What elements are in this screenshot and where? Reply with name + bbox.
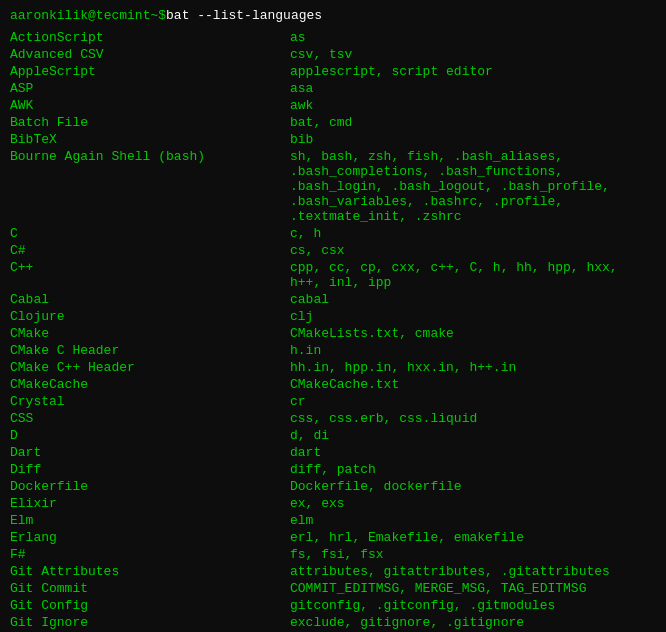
lang-extensions: sh, bash, zsh, fish, .bash_aliases, .bas…	[290, 148, 656, 225]
lang-extensions: diff, patch	[290, 461, 656, 478]
lang-name: Dockerfile	[10, 478, 290, 495]
lang-name: C++	[10, 259, 290, 291]
table-row: C#cs, csx	[10, 242, 656, 259]
lang-name: C#	[10, 242, 290, 259]
lang-name: CMake	[10, 325, 290, 342]
lang-extensions: exclude, gitignore, .gitignore	[290, 614, 656, 631]
table-row: Erlangerl, hrl, Emakefile, emakefile	[10, 529, 656, 546]
table-row: AppleScriptapplescript, script editor	[10, 63, 656, 80]
lang-extensions: Dockerfile, dockerfile	[290, 478, 656, 495]
table-row: Git Configgitconfig, .gitconfig, .gitmod…	[10, 597, 656, 614]
lang-extensions: elm	[290, 512, 656, 529]
lang-name: Elixir	[10, 495, 290, 512]
lang-extensions: gitconfig, .gitconfig, .gitmodules	[290, 597, 656, 614]
lang-extensions: attributes, gitattributes, .gitattribute…	[290, 563, 656, 580]
lang-name: Erlang	[10, 529, 290, 546]
table-row: Dd, di	[10, 427, 656, 444]
lang-extensions: hh.in, hpp.in, hxx.in, h++.in	[290, 359, 656, 376]
lang-extensions: cabal	[290, 291, 656, 308]
lang-extensions: css, css.erb, css.liquid	[290, 410, 656, 427]
language-table: ActionScriptasAdvanced CSVcsv, tsvAppleS…	[10, 29, 656, 632]
lang-name: CMake C Header	[10, 342, 290, 359]
lang-extensions: COMMIT_EDITMSG, MERGE_MSG, TAG_EDITMSG	[290, 580, 656, 597]
lang-extensions: as	[290, 29, 656, 46]
lang-extensions: csv, tsv	[290, 46, 656, 63]
lang-name: AWK	[10, 97, 290, 114]
lang-name: CMakeCache	[10, 376, 290, 393]
table-row: DockerfileDockerfile, dockerfile	[10, 478, 656, 495]
prompt-path: ~	[150, 8, 158, 23]
lang-extensions: bat, cmd	[290, 114, 656, 131]
table-row: Crystalcr	[10, 393, 656, 410]
lang-name: Git Commit	[10, 580, 290, 597]
lang-name: Diff	[10, 461, 290, 478]
lang-name: Git Attributes	[10, 563, 290, 580]
prompt-command: bat --list-languages	[166, 8, 322, 23]
lang-name: BibTeX	[10, 131, 290, 148]
lang-name: ASP	[10, 80, 290, 97]
table-row: CMake C++ Headerhh.in, hpp.in, hxx.in, h…	[10, 359, 656, 376]
lang-extensions: asa	[290, 80, 656, 97]
lang-extensions: awk	[290, 97, 656, 114]
table-row: CMakeCMakeLists.txt, cmake	[10, 325, 656, 342]
prompt-host: tecmint	[96, 8, 151, 23]
prompt-dollar: $	[158, 8, 166, 23]
table-row: C++cpp, cc, cp, cxx, c++, C, h, hh, hpp,…	[10, 259, 656, 291]
table-row: F#fs, fsi, fsx	[10, 546, 656, 563]
table-row: Cc, h	[10, 225, 656, 242]
table-row: Elmelm	[10, 512, 656, 529]
table-row: AWKawk	[10, 97, 656, 114]
table-row: CMakeCacheCMakeCache.txt	[10, 376, 656, 393]
lang-name: Clojure	[10, 308, 290, 325]
table-row: Bourne Again Shell (bash)sh, bash, zsh, …	[10, 148, 656, 225]
lang-extensions: fs, fsi, fsx	[290, 546, 656, 563]
lang-extensions: CMakeLists.txt, cmake	[290, 325, 656, 342]
prompt-at: @	[88, 8, 96, 23]
lang-extensions: cs, csx	[290, 242, 656, 259]
table-row: CMake C Headerh.in	[10, 342, 656, 359]
lang-name: Git Ignore	[10, 614, 290, 631]
lang-name: ActionScript	[10, 29, 290, 46]
table-row: ASPasa	[10, 80, 656, 97]
table-row: Cabalcabal	[10, 291, 656, 308]
table-row: CSScss, css.erb, css.liquid	[10, 410, 656, 427]
lang-extensions: d, di	[290, 427, 656, 444]
terminal: aaronkilik@tecmint ~ $ bat --list-langua…	[10, 8, 656, 632]
lang-name: C	[10, 225, 290, 242]
table-row: BibTeXbib	[10, 131, 656, 148]
lang-name: Batch File	[10, 114, 290, 131]
table-row: Diffdiff, patch	[10, 461, 656, 478]
lang-extensions: applescript, script editor	[290, 63, 656, 80]
lang-name: CSS	[10, 410, 290, 427]
lang-name: Crystal	[10, 393, 290, 410]
lang-name: Git Config	[10, 597, 290, 614]
table-row: Git CommitCOMMIT_EDITMSG, MERGE_MSG, TAG…	[10, 580, 656, 597]
prompt-user: aaronkilik	[10, 8, 88, 23]
table-row: Git Ignoreexclude, gitignore, .gitignore	[10, 614, 656, 631]
lang-name: Elm	[10, 512, 290, 529]
lang-name: Bourne Again Shell (bash)	[10, 148, 290, 225]
lang-name: AppleScript	[10, 63, 290, 80]
table-row: Batch Filebat, cmd	[10, 114, 656, 131]
lang-name: Cabal	[10, 291, 290, 308]
table-row: ActionScriptas	[10, 29, 656, 46]
prompt-line: aaronkilik@tecmint ~ $ bat --list-langua…	[10, 8, 656, 23]
table-row: Git Attributesattributes, gitattributes,…	[10, 563, 656, 580]
lang-extensions: erl, hrl, Emakefile, emakefile	[290, 529, 656, 546]
lang-name: CMake C++ Header	[10, 359, 290, 376]
lang-extensions: CMakeCache.txt	[290, 376, 656, 393]
table-row: Dartdart	[10, 444, 656, 461]
table-row: Advanced CSVcsv, tsv	[10, 46, 656, 63]
lang-extensions: bib	[290, 131, 656, 148]
lang-name: D	[10, 427, 290, 444]
lang-extensions: ex, exs	[290, 495, 656, 512]
table-row: Clojureclj	[10, 308, 656, 325]
lang-extensions: cpp, cc, cp, cxx, c++, C, h, hh, hpp, hx…	[290, 259, 656, 291]
lang-extensions: cr	[290, 393, 656, 410]
lang-extensions: h.in	[290, 342, 656, 359]
lang-extensions: c, h	[290, 225, 656, 242]
lang-name: F#	[10, 546, 290, 563]
lang-name: Advanced CSV	[10, 46, 290, 63]
lang-name: Dart	[10, 444, 290, 461]
lang-extensions: clj	[290, 308, 656, 325]
